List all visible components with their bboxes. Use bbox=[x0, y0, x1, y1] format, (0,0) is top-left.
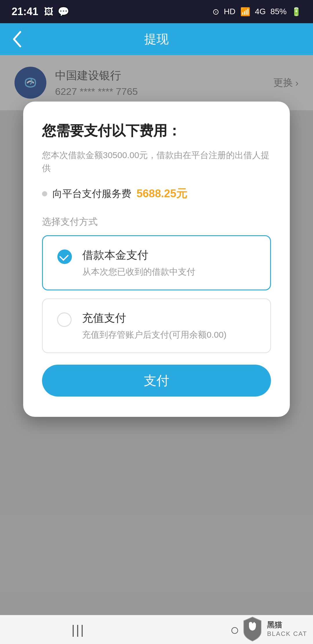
fee-amount: 5688.25元 bbox=[137, 186, 187, 201]
image-icon: 🖼 bbox=[44, 6, 53, 17]
black-cat-watermark: 黑猫 BLACK CAT bbox=[241, 616, 307, 642]
fee-label: 向平台支付服务费 bbox=[52, 187, 131, 200]
fee-row: 向平台支付服务费 5688.25元 bbox=[42, 186, 271, 201]
bottom-nav: ||| ○ 黑猫 BLACK CAT bbox=[0, 615, 313, 644]
payment-option-loan[interactable]: 借款本金支付 从本次您已收到的借款中支付 bbox=[42, 235, 271, 290]
dialog-subtitle: 您本次借款金额30500.00元，借款由在平台注册的出借人提供 bbox=[42, 149, 271, 175]
cat-sub-label: BLACK CAT bbox=[267, 630, 307, 638]
back-button[interactable] bbox=[12, 30, 23, 48]
message-icon: 💬 bbox=[58, 6, 69, 17]
battery-icon: 🔋 bbox=[291, 7, 301, 17]
cat-text: 黑猫 BLACK CAT bbox=[267, 620, 307, 638]
dialog-title: 您需要支付以下费用： bbox=[42, 122, 271, 140]
status-icons-left: 🖼 💬 bbox=[44, 6, 69, 17]
back-nav-icon: ||| bbox=[72, 623, 85, 637]
hd-label: HD bbox=[224, 7, 235, 16]
radio-recharge[interactable] bbox=[57, 312, 72, 327]
payment-dialog: 您需要支付以下费用： 您本次借款金额30500.00元，借款由在平台注册的出借人… bbox=[23, 102, 290, 417]
status-left: 21:41 🖼 💬 bbox=[12, 6, 69, 18]
page-title: 提现 bbox=[144, 31, 169, 47]
cat-black-label: 黑猫 bbox=[267, 620, 282, 630]
nav-back-button[interactable]: ||| bbox=[64, 621, 93, 638]
svg-point-2 bbox=[253, 626, 254, 627]
fee-dot bbox=[42, 191, 47, 196]
option-loan-title: 借款本金支付 bbox=[82, 248, 256, 263]
location-icon: ⊙ bbox=[212, 7, 219, 17]
modal-overlay: 您需要支付以下费用： 您本次借款金额30500.00元，借款由在平台注册的出借人… bbox=[0, 55, 313, 644]
option-loan-desc: 从本次您已收到的借款中支付 bbox=[82, 266, 256, 278]
cat-shield-icon bbox=[241, 616, 264, 642]
payment-option-recharge[interactable]: 充值支付 充值到存管账户后支付(可用余额0.00) bbox=[42, 299, 271, 353]
radio-loan[interactable] bbox=[57, 249, 72, 264]
nav-bar: 提现 bbox=[0, 23, 313, 55]
signal-label: 4G bbox=[255, 7, 266, 16]
option-recharge-desc: 充值到存管账户后支付(可用余额0.00) bbox=[82, 329, 256, 341]
wifi-icon: 📶 bbox=[240, 7, 250, 17]
status-right: ⊙ HD 📶 4G 85% 🔋 bbox=[212, 7, 301, 17]
option-loan-text: 借款本金支付 从本次您已收到的借款中支付 bbox=[82, 248, 256, 278]
payment-method-label: 选择支付方式 bbox=[42, 216, 271, 228]
option-recharge-title: 充值支付 bbox=[82, 311, 256, 325]
pay-button[interactable]: 支付 bbox=[42, 365, 271, 397]
svg-point-1 bbox=[250, 626, 252, 627]
home-nav-icon: ○ bbox=[230, 621, 239, 638]
option-recharge-text: 充值支付 充值到存管账户后支付(可用余额0.00) bbox=[82, 311, 256, 341]
battery-label: 85% bbox=[270, 7, 287, 16]
status-time: 21:41 bbox=[12, 6, 38, 18]
status-bar: 21:41 🖼 💬 ⊙ HD 📶 4G 85% 🔋 bbox=[0, 0, 313, 23]
